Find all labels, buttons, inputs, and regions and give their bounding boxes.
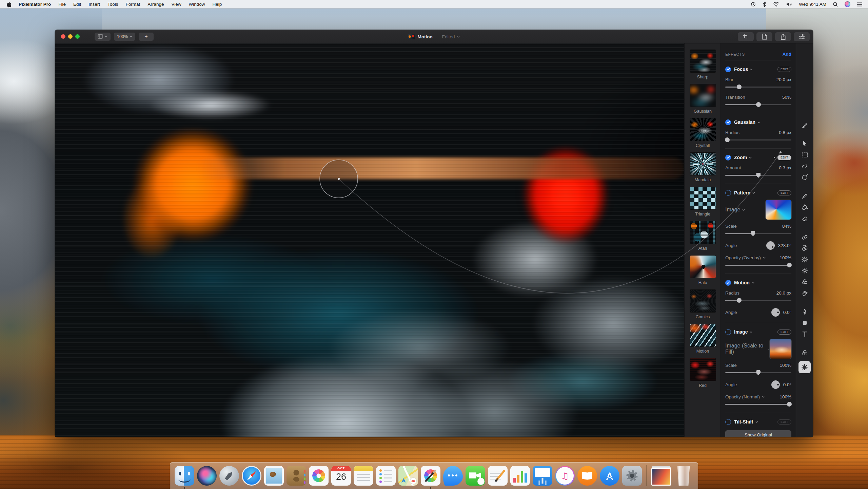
slider-opacity-normal-[interactable] xyxy=(725,402,791,407)
dock-app-calendar[interactable]: OCT26 xyxy=(331,466,351,486)
image-picker-label[interactable]: Image (Scale to Fill) xyxy=(725,343,770,355)
effect-preset-halo[interactable]: Halo xyxy=(685,256,721,285)
effect-name[interactable]: Image xyxy=(734,329,752,335)
wifi-icon[interactable] xyxy=(773,2,780,7)
effects-tool[interactable] xyxy=(798,361,811,373)
type-tool[interactable] xyxy=(798,328,811,340)
view-options-button[interactable] xyxy=(95,33,111,41)
param-label[interactable]: Opacity (Normal) xyxy=(725,394,765,399)
zoom-level-button[interactable]: 100% xyxy=(114,33,135,41)
effect-name[interactable]: Zoom xyxy=(734,155,752,160)
dock-app-ibooks[interactable] xyxy=(577,466,597,486)
angle-knob[interactable] xyxy=(771,380,780,389)
close-button[interactable] xyxy=(61,34,65,39)
slider-thumb[interactable] xyxy=(751,231,755,236)
dock-app-keynote[interactable] xyxy=(533,466,552,486)
new-document-button[interactable] xyxy=(756,32,772,41)
bluetooth-icon[interactable] xyxy=(763,1,766,7)
dock-app-downloads-stack[interactable] xyxy=(651,466,671,486)
effect-name[interactable]: Motion xyxy=(734,280,754,285)
slider-scale[interactable] xyxy=(725,231,791,236)
effect-name[interactable]: Gaussian xyxy=(734,119,760,125)
slider-thumb[interactable] xyxy=(725,137,730,142)
effect-checkbox-tilt-shift[interactable] xyxy=(725,419,731,425)
effect-preset-comics[interactable]: Comics xyxy=(685,290,721,319)
edit-button-zoom[interactable]: EDIT xyxy=(777,155,791,160)
image-canvas[interactable] xyxy=(55,43,684,437)
dock-app-launchpad[interactable] xyxy=(219,466,239,486)
effect-preset-sharp[interactable]: Sharp xyxy=(685,50,721,79)
apple-menu[interactable] xyxy=(0,1,15,7)
slider-thumb[interactable] xyxy=(737,84,742,89)
menu-item-view[interactable]: View xyxy=(167,2,185,7)
image-picker-label[interactable]: Image xyxy=(725,207,745,213)
dock-app-finder[interactable] xyxy=(175,466,194,486)
effect-preset-motion[interactable]: Motion xyxy=(685,324,721,354)
style-brush-tool[interactable] xyxy=(798,119,811,131)
slider-thumb[interactable] xyxy=(756,370,761,375)
dock-app-safari[interactable] xyxy=(242,466,261,486)
effect-preset-gaussian[interactable]: Gaussian xyxy=(685,84,721,114)
effect-preset-atari[interactable]: Atari xyxy=(685,221,721,251)
dock-app-reminders[interactable] xyxy=(376,466,396,486)
slider-amount[interactable] xyxy=(725,173,791,177)
show-original-button[interactable]: Show Original xyxy=(725,430,791,437)
dock-app-siri[interactable] xyxy=(197,466,217,486)
sunset-thumbnail[interactable] xyxy=(770,339,791,359)
effect-checkbox-zoom[interactable] xyxy=(725,155,731,161)
slider-thumb[interactable] xyxy=(756,102,761,107)
edit-button-pattern[interactable]: EDIT xyxy=(777,190,791,195)
slider-thumb[interactable] xyxy=(756,173,761,178)
menu-item-tools[interactable]: Tools xyxy=(104,2,122,7)
menu-item-window[interactable]: Window xyxy=(185,2,209,7)
slider-thumb[interactable] xyxy=(787,263,792,267)
dock-app-photos[interactable] xyxy=(309,466,329,486)
menu-app-name[interactable]: Pixelmator Pro xyxy=(15,2,55,7)
edit-button-image[interactable]: EDIT xyxy=(777,330,791,335)
dock-app-system-preferences[interactable] xyxy=(622,466,642,486)
paint-pencil-tool[interactable] xyxy=(798,190,811,202)
dock-app-itunes[interactable] xyxy=(555,466,575,486)
share-button[interactable] xyxy=(775,32,791,41)
dock-app-app-store[interactable] xyxy=(600,466,619,486)
pattern-thumbnail[interactable] xyxy=(766,200,791,220)
slider-opacity-overlay-[interactable] xyxy=(725,263,791,267)
effect-checkbox-image[interactable] xyxy=(725,329,731,335)
sharpen-tool[interactable] xyxy=(798,254,811,265)
effect-name[interactable]: Pattern xyxy=(734,190,755,195)
move-arrow-tool[interactable] xyxy=(798,138,811,149)
clone-stamp-tool[interactable] xyxy=(798,243,811,254)
effect-name[interactable]: Focus xyxy=(734,67,753,72)
minimize-button[interactable] xyxy=(68,34,73,39)
menu-item-format[interactable]: Format xyxy=(122,2,144,7)
dock-app-trash[interactable] xyxy=(674,466,693,486)
effect-preset-triangle[interactable]: Triangle xyxy=(685,187,721,217)
effect-preset-red[interactable]: Red xyxy=(685,358,721,388)
slider-thumb[interactable] xyxy=(737,298,742,303)
fill-bucket-tool[interactable] xyxy=(798,202,811,213)
edit-button-focus[interactable]: EDIT xyxy=(777,67,791,72)
pen-tool[interactable] xyxy=(798,306,811,317)
warp-tool[interactable] xyxy=(798,287,811,299)
dock-app-numbers[interactable] xyxy=(510,466,530,486)
angle-knob[interactable] xyxy=(766,241,775,250)
slider-transition[interactable] xyxy=(725,102,791,107)
window-titlebar[interactable]: 100% + Motion — Edited xyxy=(55,30,813,43)
notification-center-icon[interactable] xyxy=(857,2,863,7)
dock-app-pages[interactable] xyxy=(488,466,508,486)
free-select-tool[interactable] xyxy=(798,161,811,172)
dock-app-contacts[interactable] xyxy=(287,466,306,486)
dock-app-messages[interactable] xyxy=(443,466,463,486)
effect-checkbox-pattern[interactable] xyxy=(725,190,731,196)
slider-radius[interactable] xyxy=(725,137,791,142)
effect-name[interactable]: Tilt-Shift xyxy=(734,419,758,425)
repair-bandage-tool[interactable] xyxy=(798,231,811,243)
effect-preset-mandala[interactable]: Mandala xyxy=(685,153,721,182)
effect-checkbox-gaussian[interactable] xyxy=(725,119,731,125)
slider-scale[interactable] xyxy=(725,370,791,375)
spotlight-icon[interactable] xyxy=(833,2,838,7)
dock-app-mail[interactable] xyxy=(264,466,284,486)
fullscreen-button[interactable] xyxy=(75,34,80,39)
slider-thumb[interactable] xyxy=(787,402,792,407)
eraser-tool[interactable] xyxy=(798,213,811,224)
